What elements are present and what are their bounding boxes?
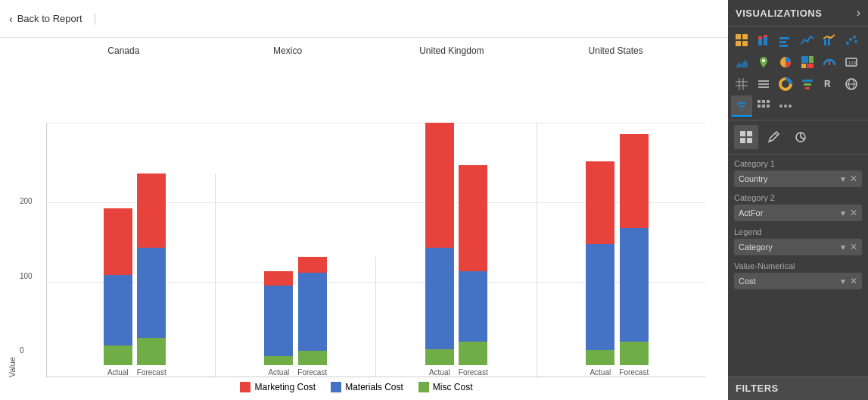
viz-icon-text[interactable]: R <box>819 73 840 95</box>
field-pill-cost-close[interactable]: ✕ <box>850 276 857 286</box>
viz-icon-more[interactable] <box>775 95 796 117</box>
svg-rect-36 <box>805 87 810 89</box>
field-pill-actfor[interactable]: ActFor ▼ ✕ <box>734 205 862 221</box>
bar-label-uk-actual: Actual <box>429 368 450 377</box>
field-pill-actfor-arrow[interactable]: ▼ <box>839 209 847 217</box>
svg-point-47 <box>779 105 782 108</box>
bar-wrapper-canada-actual: Actual <box>104 208 132 377</box>
bar-marketing-segment <box>264 271 293 286</box>
field-group-category1: Category 1 Country ▼ ✕ <box>734 159 862 187</box>
field-pill-cost-controls: ▼ ✕ <box>839 276 857 286</box>
field-pill-category-close[interactable]: ✕ <box>850 242 857 252</box>
viz-icon-map[interactable] <box>753 52 774 73</box>
bar-label-canada-forecast: Forecast <box>137 368 166 377</box>
field-pill-category-arrow[interactable]: ▼ <box>839 243 847 252</box>
svg-point-14 <box>849 38 852 41</box>
svg-rect-1 <box>742 34 748 39</box>
svg-rect-52 <box>740 138 745 143</box>
bar-canada-forecast[interactable] <box>137 173 166 365</box>
bar-us-actual[interactable] <box>586 161 614 365</box>
bar-marketing-segment <box>298 257 327 273</box>
field-pill-actfor-controls: ▼ ✕ <box>839 208 857 218</box>
country-labels-row: Canada Mexico United Kingdom United Stat… <box>34 45 705 59</box>
viz-icon-table[interactable] <box>731 30 752 51</box>
viz-icon-treemap[interactable] <box>797 52 818 73</box>
viz-icon-stacked-bar[interactable] <box>753 30 774 51</box>
bar-label-mexico-actual: Actual <box>268 368 289 377</box>
viz-icon-matrix[interactable] <box>731 73 752 95</box>
viz-icon-wifi[interactable] <box>731 95 752 117</box>
bar-wrapper-uk-forecast: Forecast <box>459 165 488 377</box>
legend-label-materials: Materials Cost <box>345 382 403 392</box>
bar-wrapper-uk-actual: Actual <box>425 123 454 377</box>
field-pill-country-close[interactable]: ✕ <box>850 173 857 184</box>
panel-expand-icon[interactable]: › <box>857 6 860 20</box>
y-axis-ticks: 0 100 200 300 <box>20 123 42 355</box>
country-group-uk: Actual Forecast <box>376 123 537 377</box>
bar-misc-segment <box>425 349 454 365</box>
y-axis-label: Value <box>8 357 17 377</box>
bar-wrapper-canada-forecast: Forecast <box>137 173 166 377</box>
field-pill-actfor-close[interactable]: ✕ <box>850 208 857 218</box>
viz-icon-scatter[interactable] <box>841 30 862 51</box>
viz-icon-grid2[interactable] <box>753 95 774 117</box>
country-label-uk: United Kingdom <box>370 45 534 59</box>
svg-rect-8 <box>779 37 789 39</box>
viz-icon-line[interactable] <box>797 30 818 51</box>
tab-fields[interactable] <box>734 125 758 149</box>
bar-misc-segment <box>264 356 293 365</box>
viz-icon-donut[interactable] <box>775 73 796 95</box>
viz-icon-gauge[interactable] <box>819 52 840 73</box>
chart-inner: 0 100 200 300 Actual <box>20 123 705 377</box>
viz-icon-slicer[interactable] <box>753 73 774 95</box>
field-pill-country-arrow[interactable]: ▼ <box>839 175 847 183</box>
bar-uk-forecast[interactable] <box>459 165 487 365</box>
field-pill-cost-arrow[interactable]: ▼ <box>839 277 847 286</box>
bar-uk-actual[interactable] <box>425 123 454 365</box>
svg-line-54 <box>775 133 777 136</box>
viz-icon-funnel[interactable] <box>797 73 818 95</box>
field-pill-country[interactable]: Country ▼ ✕ <box>734 170 862 187</box>
viz-icon-globe[interactable] <box>841 73 862 95</box>
back-label: Back to Report <box>17 13 82 24</box>
svg-point-16 <box>854 40 857 43</box>
viz-icon-combo[interactable] <box>819 30 840 51</box>
bar-misc-segment <box>586 350 614 365</box>
top-bar: ‹ Back to Report <box>0 0 728 38</box>
bar-mexico-actual[interactable] <box>264 271 293 365</box>
field-pill-country-text: Country <box>739 174 768 183</box>
country-label-us: United States <box>534 45 698 59</box>
bar-wrapper-us-actual: Actual <box>586 161 614 377</box>
back-to-report-button[interactable]: ‹ Back to Report <box>9 13 95 25</box>
tab-format[interactable] <box>761 125 786 149</box>
bar-marketing-segment <box>620 134 649 228</box>
field-pill-category-controls: ▼ ✕ <box>839 242 857 252</box>
legend-color-misc <box>418 382 429 392</box>
svg-rect-53 <box>747 138 752 143</box>
viz-icon-card[interactable]: 123 <box>841 52 862 73</box>
bar-materials-segment <box>459 271 487 342</box>
viz-icon-area[interactable] <box>731 52 752 73</box>
bar-us-forecast[interactable] <box>620 134 649 365</box>
svg-rect-44 <box>758 105 761 108</box>
svg-point-15 <box>853 36 856 39</box>
bar-canada-actual[interactable] <box>104 208 132 365</box>
bar-materials-segment <box>137 248 166 338</box>
field-label-value: Value-Numerical <box>734 261 862 270</box>
field-label-category2: Category 2 <box>734 193 862 202</box>
viz-icon-bar[interactable] <box>775 30 796 51</box>
field-pill-cost[interactable]: Cost ▼ ✕ <box>734 273 862 289</box>
svg-rect-5 <box>758 36 762 39</box>
bar-materials-segment <box>425 248 454 349</box>
field-pill-category[interactable]: Category ▼ ✕ <box>734 239 862 255</box>
tab-analytics[interactable] <box>789 125 813 149</box>
bar-materials-segment <box>104 275 132 345</box>
bar-misc-segment <box>137 338 166 365</box>
bar-mexico-forecast[interactable] <box>298 257 327 365</box>
svg-rect-4 <box>758 39 762 45</box>
y-tick-0: 0 <box>20 346 42 355</box>
bar-misc-segment <box>620 342 649 365</box>
viz-icon-pie[interactable] <box>775 52 796 73</box>
bar-label-us-actual: Actual <box>590 368 611 377</box>
svg-rect-0 <box>736 34 741 39</box>
